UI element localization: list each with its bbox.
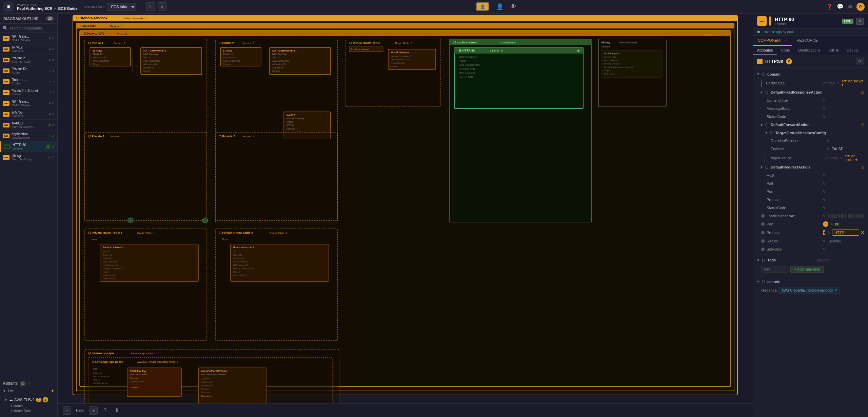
ssl-edit[interactable]: ✎ — [823, 247, 826, 251]
duration-seconds-edit[interactable]: ✎ — [827, 139, 830, 143]
help-canvas-icon[interactable]: ? — [101, 406, 109, 415]
dfa-warn-icon: ⚠ — [861, 122, 865, 127]
listener-rule-item[interactable]: Listener Rule — [9, 409, 55, 414]
si4918-icon: aws — [3, 123, 9, 127]
topbar-branch-icon[interactable]: ⑂ — [146, 2, 155, 11]
sidebar-item-si5755[interactable]: aws si-5755 Elastic IP ✓ ✓ — [0, 109, 57, 120]
section-dfa-header[interactable]: ▼ ⬡ DefaultForwardAction ⚠ — [753, 121, 868, 129]
aws-elbv2-item[interactable]: ▼ ☁ AWS ELBv2 2 1 — [3, 396, 55, 403]
canvas[interactable]: ⬡ si-tools-sandbox AWS Credential: 1 ⬡ u… — [58, 14, 753, 417]
subtab-debug[interactable]: Debug — [843, 46, 862, 55]
assets-question-icon[interactable]: ? — [28, 381, 30, 386]
svg-text:Elastic IP: Elastic IP — [93, 53, 103, 55]
help-icon[interactable]: ❓ — [826, 3, 833, 10]
si7412-icon: aws — [3, 47, 9, 52]
section-dra-header[interactable]: ▼ ⬡ DefaultRedirectAction ⚠ — [753, 163, 868, 171]
zoom-out-button[interactable]: − — [63, 406, 71, 415]
region-edit[interactable]: ✎ — [823, 239, 826, 243]
protocol-clear-icon[interactable]: ✕ — [861, 230, 865, 235]
search-input[interactable] — [9, 26, 56, 30]
section-tgsc-header[interactable]: ▼ ⬡ TargetGroupStickinesConfig — [753, 129, 868, 137]
subtab-code[interactable]: Code — [777, 46, 794, 55]
profile-icon[interactable]: P — [856, 3, 865, 11]
sidebar-item-si7412[interactable]: aws si-7412 Elastic IP ✓ ✓ — [0, 44, 57, 55]
add-map-item-button[interactable]: + Add map item — [790, 266, 824, 273]
assets-filter-icon[interactable]: ▼ — [51, 389, 55, 393]
topbar-close-icon[interactable]: ✕ — [158, 2, 166, 11]
user-button[interactable]: 👤 — [476, 2, 489, 11]
section-dfra-header[interactable]: ▼ ⬡ DefaultFixedResponseAction ⚠ — [753, 88, 868, 96]
path-edit[interactable]: ✎ — [823, 182, 826, 185]
svg-text:Region: Region — [103, 271, 109, 273]
diagram-svg[interactable]: ⬡ si-tools-sandbox AWS Credential: 1 ⬡ u… — [58, 14, 753, 403]
svg-text:Region: Region — [93, 379, 100, 381]
subtab-qualifications[interactable]: Qualifications — [794, 46, 825, 55]
port-redirect-edit[interactable]: ✎ — [823, 190, 826, 194]
svg-text:⬡ Private 2: ⬡ Private 2 — [219, 135, 235, 138]
download-icon[interactable]: ⬇ — [113, 406, 121, 415]
tab-resource[interactable]: RESOURCE — [792, 36, 822, 46]
credential-close-icon[interactable]: ✕ — [834, 289, 837, 292]
port-label: Port — [767, 222, 821, 226]
svg-text:VPC ID: VPC ID — [233, 251, 240, 253]
certificates-edit-icon[interactable]: ✎ — [837, 81, 840, 85]
credential-value-tag[interactable]: AWS Credential / si-tools-sandbox ✕ — [778, 287, 840, 294]
lb-arn-edit[interactable]: ✎ — [823, 214, 826, 218]
target-groups-edit-icon[interactable]: ✎ — [840, 156, 843, 160]
section-secrets-header[interactable]: ▼ ⬡ secrets — [753, 278, 868, 285]
component-settings-button[interactable]: ⚙ — [856, 58, 864, 64]
enabled-edit[interactable]: ✎ — [827, 147, 830, 151]
protocol-edit[interactable]: ✎ — [827, 231, 830, 235]
change-set-select[interactable]: ECS Infra — [107, 3, 136, 11]
svg-text:Route Table ID: Route Table ID — [391, 62, 405, 64]
svg-text:Load Balancer ARN: Load Balancer ARN — [391, 59, 409, 61]
public2-subnet-badges: ✓ ✓ — [48, 91, 55, 94]
sidebar-item-alb-sg[interactable]: aws alb-sg Security Group ✓ ✓ — [0, 152, 57, 163]
tab-component[interactable]: COMPONENT ✓ — [753, 36, 792, 46]
sidebar-item-nat-gateway-1[interactable]: aws NAT Gate... NAT Gateway ✓ ✓ — [0, 33, 57, 44]
sidebar-item-application-alb[interactable]: aws application... Loadbalancer ✓ ✓ — [0, 131, 57, 141]
sidebar-item-nat-gateway-2[interactable]: aws NAT Gate... NAT Gateway ✓ ✓ — [0, 98, 57, 109]
svg-text:Subnet: 2: Subnet: 2 — [242, 42, 254, 45]
svg-text:Listener ARN: Listener ARN — [459, 76, 473, 78]
subtab-diff[interactable]: Diff ⊞ — [825, 46, 843, 55]
content-type-edit[interactable]: ✎ — [823, 99, 826, 102]
svg-text:Region: Region — [143, 70, 151, 73]
sidebar-item-private-route[interactable]: aws Private Ro... Route ✓ ✓ — [0, 65, 57, 76]
sidebar-item-private2[interactable]: aws Private 2 Security Table ✓ ✓ — [0, 55, 57, 65]
port-edit[interactable]: ✎ — [830, 222, 833, 226]
svg-text:⬡ Private Route Table 2: ⬡ Private Route Table 2 — [219, 231, 253, 235]
discord-icon[interactable]: 💬 — [837, 3, 844, 10]
protocol-input[interactable] — [832, 230, 859, 236]
certificates-set-action[interactable]: set: via socket ▾ — [842, 79, 865, 87]
target-groups-action[interactable]: set: via socket ▾ — [845, 154, 865, 162]
status-code-fixed-edit[interactable]: ✎ — [823, 115, 826, 119]
section-tags-header[interactable]: ▼ { } Tags (empty) — [753, 256, 868, 264]
sidebar-item-http80[interactable]: aws HTTP:80 Listener ✓ ✓ — [0, 141, 57, 152]
subtab-attributes[interactable]: Attributes — [753, 46, 777, 55]
tag-key-input[interactable] — [761, 266, 788, 273]
settings-icon[interactable]: ⚙ — [848, 3, 852, 10]
svg-text:AWS Credential: AWS Credential — [604, 59, 618, 61]
listener-item[interactable]: Listener — [9, 403, 55, 409]
field-port-redirect: Port ✎ — [753, 187, 868, 196]
message-body-edit[interactable]: ✎ — [823, 107, 826, 111]
zoom-in-button[interactable]: + — [90, 406, 98, 415]
section-domain-header[interactable]: ▼ ⬡ domain — [753, 70, 868, 78]
rp-edit-button[interactable]: ✎ — [856, 18, 864, 25]
sidebar-item-si4918[interactable]: aws si-4918 Internet Gatew... ⚠ ✓ — [0, 120, 57, 131]
protocol-input-area: ✕ — [832, 230, 865, 236]
svg-rect-94 — [215, 132, 337, 220]
sidebar-item-public2-subnet[interactable]: aws Public 2 # Subnet Subnet ✓ ✓ — [0, 87, 57, 98]
si4918-type: Internet Gatew... — [12, 125, 46, 128]
topbar-user-icon[interactable]: 👤 — [496, 3, 504, 11]
status-code-redirect-edit[interactable]: ✎ — [823, 206, 826, 210]
topbar-eye-icon[interactable]: 👁 — [510, 3, 516, 10]
sidebar-item-route-to[interactable]: aws Route to ... Route ✓ ✓ — [0, 76, 57, 87]
host-edit[interactable]: ✎ — [823, 174, 826, 177]
svg-text:alb-sg: alb-sg — [601, 41, 610, 44]
field-path: Path ✎ — [753, 179, 868, 187]
field-host: Host ✎ — [753, 171, 868, 179]
svg-text:Inbound: Inbound — [601, 45, 610, 48]
protocol-redirect-edit[interactable]: ✎ — [823, 198, 826, 202]
